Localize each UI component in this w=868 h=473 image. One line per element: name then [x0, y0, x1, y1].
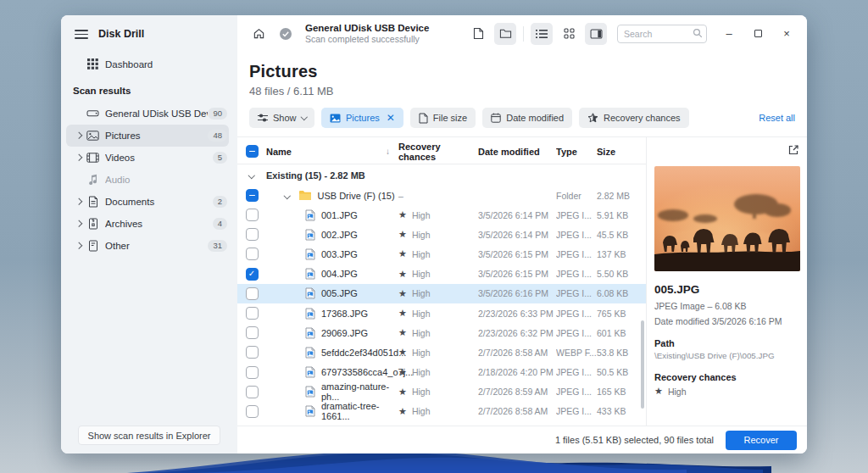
- sidebar-item-documents[interactable]: Documents2: [66, 191, 229, 213]
- show-in-explorer-button[interactable]: Show scan results in Explorer: [78, 426, 220, 445]
- table-scrollbar[interactable]: [641, 320, 644, 409]
- table-row[interactable]: 17368.JPG★High2/23/2026 6:33 PMJPEG I...…: [237, 303, 646, 323]
- list-view-button[interactable]: [531, 23, 553, 45]
- jpeg-file-icon: [305, 287, 315, 299]
- file-name: 17368.JPG: [321, 309, 368, 319]
- file-size: 5.50 KB: [597, 269, 646, 279]
- chevron-right-icon[interactable]: [75, 198, 82, 205]
- calendar-icon: [491, 113, 501, 123]
- chevron-right-icon[interactable]: [75, 154, 82, 161]
- recovery-chance: High: [412, 288, 431, 298]
- recovery-chance: High: [412, 328, 431, 338]
- row-checkbox[interactable]: [246, 386, 259, 398]
- table-row[interactable]: 5efddc2ef34d051d...★High2/7/2026 8:58 AM…: [237, 342, 646, 362]
- chevron-down-icon[interactable]: [248, 172, 255, 179]
- table-row[interactable]: 679733586cca4_o7j...★High2/18/2026 4:20 …: [237, 363, 646, 382]
- pictures-filter-chip[interactable]: Pictures ✕: [321, 108, 403, 128]
- minimize-button[interactable]: –: [717, 23, 741, 45]
- group-row-existing[interactable]: Existing (15) - 2.82 MB: [237, 164, 646, 186]
- chevron-right-icon[interactable]: [75, 242, 82, 249]
- open-folder-button[interactable]: [494, 23, 516, 45]
- column-date-modified[interactable]: Date modified: [478, 147, 556, 157]
- page-subtitle: 48 files / 6.11 MB: [249, 85, 807, 97]
- recovery-chance: High: [412, 309, 431, 319]
- file-size: 137 KB: [597, 249, 646, 259]
- sidebar-item-videos[interactable]: Videos5: [66, 147, 229, 169]
- select-all-checkbox[interactable]: [246, 145, 259, 158]
- recovery-chance: High: [412, 367, 431, 377]
- chevron-right-icon[interactable]: [75, 220, 82, 227]
- chevron-right-icon[interactable]: [75, 132, 82, 139]
- toolbar-divider: [523, 26, 524, 42]
- star-icon: ★: [398, 347, 407, 358]
- show-filter-button[interactable]: Show: [249, 108, 314, 128]
- folder-row[interactable]: USB Drive (F) (15) – Folder 2.82 MB: [237, 186, 646, 205]
- star-icon: ★: [398, 248, 407, 259]
- date-modified: 2/23/2026 6:33 PM: [478, 309, 556, 319]
- date-modified: 2/18/2026 4:20 PM: [478, 367, 556, 377]
- table-row[interactable]: 002.JPG★High3/5/2026 6:14 PMJPEG I...45.…: [237, 225, 646, 244]
- sidebar-item-general-udisk-usb-device[interactable]: General UDisk USB Device90: [66, 103, 229, 125]
- column-recovery-chances[interactable]: Recovery chances: [398, 142, 478, 162]
- table-row[interactable]: 004.JPG★High3/5/2026 6:15 PMJPEG I...5.5…: [237, 264, 646, 284]
- recovery-chances-filter-button[interactable]: Recovery chances: [579, 108, 689, 128]
- preview-panel-toggle-button[interactable]: [585, 23, 607, 45]
- sort-direction-icon[interactable]: ↓: [386, 147, 390, 156]
- table-row[interactable]: 003.JPG★High3/5/2026 6:15 PMJPEG I...137…: [237, 244, 646, 264]
- recover-button[interactable]: Recover: [726, 431, 797, 450]
- date-modified-filter-button[interactable]: Date modified: [482, 108, 572, 128]
- table-row[interactable]: amazing-nature-ph...★High2/7/2026 8:59 A…: [237, 382, 646, 402]
- sidebar-item-other[interactable]: Other31: [66, 235, 229, 257]
- folder-checkbox[interactable]: [246, 189, 259, 202]
- open-preview-icon[interactable]: [787, 144, 799, 161]
- drive-icon: [86, 107, 99, 120]
- home-button[interactable]: [248, 23, 270, 45]
- sidebar-item-audio[interactable]: Audio: [66, 169, 229, 191]
- preview-filename: 005.JPG: [654, 283, 799, 296]
- row-checkbox[interactable]: [246, 307, 259, 320]
- table-row[interactable]: 005.JPG★High3/5/2026 6:16 PMJPEG I...6.0…: [237, 284, 646, 303]
- sidebar-item-archives[interactable]: Archives4: [66, 213, 229, 235]
- sidebar-item-dashboard[interactable]: Dashboard: [66, 53, 229, 75]
- row-checkbox[interactable]: [246, 346, 259, 359]
- folder-chance: –: [398, 191, 478, 201]
- sidebar-item-pictures[interactable]: Pictures48: [66, 125, 229, 147]
- file-type: JPEG I...: [556, 269, 597, 279]
- app-title: Disk Drill: [98, 28, 144, 40]
- file-name: 5efddc2ef34d051d...: [321, 348, 406, 358]
- video-icon: [86, 151, 99, 164]
- row-checkbox[interactable]: [246, 405, 259, 418]
- table-row[interactable]: dramatic-tree-1661...★High2/7/2026 8:58 …: [237, 402, 646, 421]
- page-title: Pictures: [249, 62, 807, 81]
- close-button[interactable]: ×: [775, 23, 798, 45]
- image-icon: [86, 129, 99, 142]
- column-type[interactable]: Type: [556, 147, 597, 157]
- row-checkbox[interactable]: [246, 326, 259, 339]
- row-checkbox[interactable]: [246, 209, 259, 221]
- folder-type: Folder: [556, 191, 597, 201]
- hamburger-menu-icon[interactable]: [75, 27, 88, 42]
- date-modified: 3/5/2026 6:15 PM: [478, 249, 556, 259]
- grid-view-button[interactable]: [558, 23, 580, 45]
- column-name[interactable]: Name: [266, 147, 292, 157]
- row-checkbox[interactable]: [246, 248, 259, 260]
- file-name: 001.JPG: [321, 210, 358, 220]
- row-checkbox[interactable]: [246, 228, 259, 241]
- file-size-filter-button[interactable]: File size: [410, 108, 476, 128]
- path-label: Path: [654, 338, 799, 348]
- recovery-chance: High: [412, 348, 431, 358]
- table-row[interactable]: 001.JPG★High3/5/2026 6:14 PMJPEG I...5.9…: [237, 205, 646, 225]
- column-size[interactable]: Size: [597, 147, 646, 157]
- remove-filter-icon[interactable]: ✕: [387, 112, 395, 124]
- reset-all-link[interactable]: Reset all: [759, 113, 795, 123]
- new-file-button[interactable]: [467, 23, 489, 45]
- jpeg-file-icon: [305, 248, 315, 260]
- row-checkbox[interactable]: [246, 268, 259, 281]
- chevron-down-icon[interactable]: [284, 192, 291, 199]
- date-modified: 2/7/2026 8:58 AM: [478, 348, 556, 358]
- table-row[interactable]: 29069.JPG★High2/23/2026 6:32 PMJPEG I...…: [237, 323, 646, 342]
- maximize-button[interactable]: [746, 23, 770, 45]
- search-icon: [693, 28, 703, 38]
- row-checkbox[interactable]: [246, 287, 259, 300]
- row-checkbox[interactable]: [246, 366, 259, 379]
